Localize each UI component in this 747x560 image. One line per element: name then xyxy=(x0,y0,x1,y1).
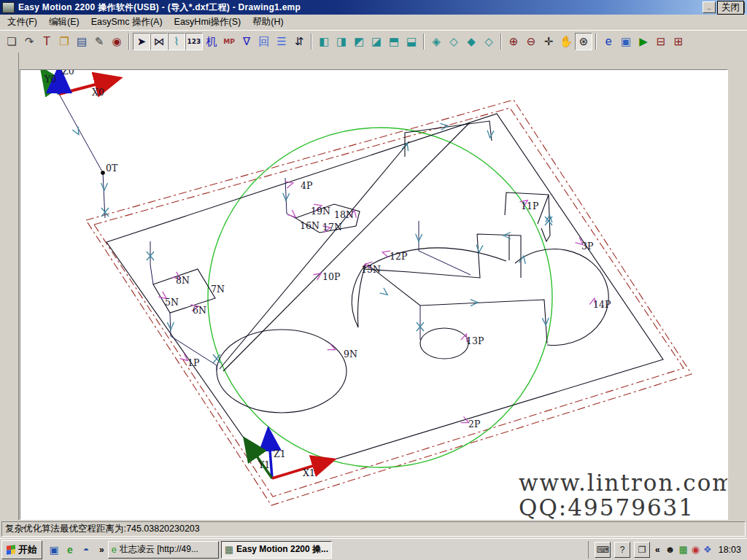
toolbar-open-file[interactable]: ❐ xyxy=(55,33,73,50)
task-browser-label: 壮志凌云 [http://49... xyxy=(120,543,198,556)
axis-x1 xyxy=(272,460,332,478)
toolbar-send-machine[interactable]: ⊟ xyxy=(652,33,670,50)
window-title: Easy Motion 2200 操作软件(USB) - (导入*.dxf工程)… xyxy=(18,1,301,14)
toolbar-group-6: e▣▶⊟⊞ xyxy=(600,33,687,50)
toolbar-cursor-mode[interactable]: ➤ xyxy=(133,33,150,50)
quick-launch-overflow[interactable]: » xyxy=(98,545,106,555)
toolbar-center-view[interactable]: ✛ xyxy=(540,33,557,50)
toolbar-iso-view-2[interactable]: ◇ xyxy=(445,33,462,50)
status-message: 复杂优化算法最优空程距离为:745.03820230203 xyxy=(1,521,746,537)
task-browser-icon: e xyxy=(112,544,117,555)
toolbar-import-dxf[interactable]: ↷ xyxy=(20,33,38,50)
toolbar-mp-mode[interactable]: MP xyxy=(220,33,238,50)
task-easymotion-label: Easy Motion 2200 操... xyxy=(236,543,328,556)
toolbar-trace-path[interactable]: e xyxy=(600,33,617,50)
toolbar-zoom-in[interactable]: ⊕ xyxy=(505,33,522,50)
watermark-url: www.lintron.com.cn xyxy=(519,470,727,496)
work-area: X0Y0Z00TX1Y1Z11P2P3P4P5N6N7N8N9N10P11P12… xyxy=(0,52,747,520)
toolbar-separator xyxy=(595,34,597,50)
toolbar-updown-order[interactable]: ⇵ xyxy=(290,33,308,50)
rapid-line-0t xyxy=(59,94,105,218)
network-puzzle-icon[interactable]: ❖ xyxy=(703,545,712,554)
task-browser[interactable]: e壮志凌云 [http://49... xyxy=(108,541,219,559)
ime-keyboard-button[interactable]: ⌨ xyxy=(595,542,611,558)
toolbar-run-program[interactable]: ▶ xyxy=(635,33,652,50)
label-9n: 9N xyxy=(344,349,357,359)
toolbar-save-file[interactable]: ▤ xyxy=(73,33,90,50)
toolbar-show-numbers[interactable]: 123 xyxy=(185,33,203,50)
security-shield-icon[interactable]: ◉ xyxy=(692,545,700,554)
toolbar-pan-hand[interactable]: ✋ xyxy=(557,33,575,50)
toolbar: ❏↷T❐▤✎◉➤⋈⌇123机MP∇回☰⇵◧◨◩◪⬒⬓◈◇◆◇⊕⊖✛✋⊛e▣▶⊟⊞ xyxy=(0,30,747,52)
toolbar-machine-coords[interactable]: 机 xyxy=(203,33,220,50)
toolbar-single-step[interactable]: ▣ xyxy=(617,33,635,50)
label-z0: Z0 xyxy=(62,70,74,77)
toolbar-text-tool[interactable]: T xyxy=(38,33,55,50)
quick-launch-3[interactable]: ◓ xyxy=(80,543,93,556)
cad-drawing[interactable]: X0Y0Z00TX1Y1Z11P2P3P4P5N6N7N8N9N10P11P12… xyxy=(20,70,727,519)
quick-launch-2[interactable]: e xyxy=(63,543,77,556)
app-icon xyxy=(2,2,15,13)
toolbar-burn-010[interactable]: ⊞ xyxy=(670,33,687,50)
toolbar-filter-tool[interactable]: ∇ xyxy=(238,33,255,50)
toolbar-iso-view-3[interactable]: ◆ xyxy=(462,33,480,50)
toolbar-split-path[interactable]: ⌇ xyxy=(168,33,185,50)
path-arc-14p xyxy=(515,249,608,346)
label-7n: 7N xyxy=(211,284,225,295)
label-5n: 5N xyxy=(165,297,179,308)
toolbar-pen-tool[interactable]: ✎ xyxy=(90,33,108,50)
toolbar-zoom-out[interactable]: ⊖ xyxy=(522,33,540,50)
label-16n: 16N xyxy=(300,220,320,231)
toolbar-new-file[interactable]: ❏ xyxy=(3,33,20,50)
toolbar-iso-view-1[interactable]: ◈ xyxy=(427,33,445,50)
status-bar: 复杂优化算法最优空程距离为:745.03820230203 xyxy=(0,520,747,538)
path-top-zigzag xyxy=(405,121,492,157)
path-ellipse-9n xyxy=(217,330,347,413)
start-button[interactable]: 开始 xyxy=(1,540,42,559)
toolbar-fit-view[interactable]: ⊛ xyxy=(575,33,592,50)
toolbar-iso-view-4[interactable]: ◇ xyxy=(480,33,498,50)
app-window: Easy Motion 2200 操作软件(USB) - (导入*.dxf工程)… xyxy=(0,0,747,560)
toolbar-mirror-path[interactable]: ⋈ xyxy=(150,33,168,50)
qq-penguin-icon[interactable]: ☻ xyxy=(665,545,676,554)
system-tray: ⌨?❐«☻▦◉❖18:03 xyxy=(588,541,746,559)
axis-z1 xyxy=(268,431,272,478)
label-8n: 8N xyxy=(176,275,190,286)
toolbar-cube-view-1[interactable]: ◧ xyxy=(315,33,333,50)
toolbar-separator xyxy=(311,34,312,50)
toolbar-contour-lines[interactable]: ☰ xyxy=(273,33,290,50)
ime-restore-button[interactable]: ❐ xyxy=(634,542,650,558)
menu-item-5[interactable]: 帮助(H) xyxy=(247,15,289,30)
task-easymotion[interactable]: ▦Easy Motion 2200 操... xyxy=(221,541,332,559)
toolbar-cube-view-3[interactable]: ◩ xyxy=(350,33,368,50)
menu-close-button[interactable]: 关闭 xyxy=(717,1,744,15)
toolbar-stamp-tool[interactable]: ◉ xyxy=(108,33,125,50)
label-x0: X0 xyxy=(92,87,104,98)
menu-bar: 文件(F)编辑(E)EasySmc 操作(A)EasyHmi操作(S)帮助(H) xyxy=(0,15,747,30)
label-10p: 10P xyxy=(322,271,340,282)
menu-item-3[interactable]: EasySmc 操作(A) xyxy=(85,15,169,30)
menu-item-2[interactable]: 编辑(E) xyxy=(43,15,85,30)
label-3p: 3P xyxy=(581,241,593,252)
toolbar-cube-view-4[interactable]: ◪ xyxy=(368,33,385,50)
toolbar-spiral-fill[interactable]: 回 xyxy=(255,33,273,50)
toolbar-cube-view-5[interactable]: ⬒ xyxy=(385,33,403,50)
menu-item-1[interactable]: 文件(F) xyxy=(1,15,43,30)
title-bar: Easy Motion 2200 操作软件(USB) - (导入*.dxf工程)… xyxy=(0,0,747,15)
toolbar-cube-view-2[interactable]: ◨ xyxy=(333,33,350,50)
path-diagonal-10p xyxy=(223,122,470,371)
ime-help-button[interactable]: ? xyxy=(614,542,630,558)
label-z1: Z1 xyxy=(274,448,286,459)
minimize-button[interactable]: _ xyxy=(703,1,716,13)
tray-collapse-chevron[interactable]: « xyxy=(654,545,662,555)
menu-item-4[interactable]: EasyHmi操作(S) xyxy=(169,15,247,30)
green-grid-icon[interactable]: ▦ xyxy=(678,545,687,554)
toolbar-separator xyxy=(423,34,425,50)
label-6n: 6N xyxy=(193,305,206,316)
cad-canvas[interactable]: X0Y0Z00TX1Y1Z11P2P3P4P5N6N7N8N9N10P11P12… xyxy=(20,69,728,520)
label-0t: 0T xyxy=(106,163,118,174)
quick-launch-1[interactable]: ▣ xyxy=(47,543,61,556)
windows-logo-icon xyxy=(7,545,15,554)
toolbar-cube-view-6[interactable]: ⬓ xyxy=(403,33,420,50)
path-ellipse-13p xyxy=(420,328,468,359)
